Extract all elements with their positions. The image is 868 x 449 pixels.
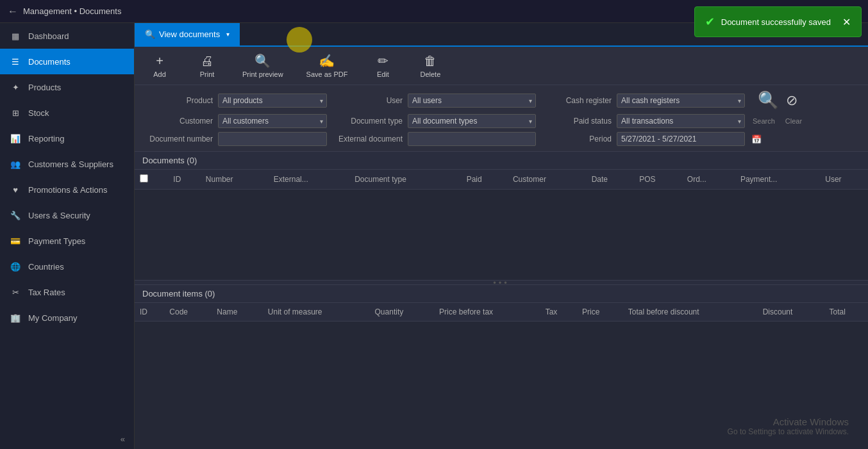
- sidebar-item-countries[interactable]: 🌐 Countries: [0, 254, 134, 279]
- customers-icon: 👥: [9, 158, 22, 170]
- doc-type-select[interactable]: All document types: [408, 114, 536, 128]
- sidebar-item-payment[interactable]: 💳 Payment Types: [0, 228, 134, 254]
- sidebar-item-documents[interactable]: ☰ Documents: [0, 49, 134, 74]
- customer-select-wrap: All customers: [218, 114, 327, 128]
- delete-label: Delete: [420, 70, 440, 78]
- sidebar-item-mycompany[interactable]: 🏢 My Company: [0, 305, 134, 331]
- countries-icon: 🌐: [9, 260, 22, 273]
- success-toast: ✔ Document successfully saved ✕: [694, 6, 862, 37]
- paid-status-select[interactable]: All transactions: [617, 114, 745, 128]
- select-all-checkbox-header[interactable]: [135, 170, 168, 190]
- documents-col-paid: Paid: [462, 170, 508, 190]
- sidebar-label-users: Users & Security: [28, 211, 90, 220]
- docitems-col-tax: Tax: [540, 303, 577, 322]
- doc-items-table: IDCodeNameUnit of measureQuantityPrice b…: [135, 303, 868, 322]
- docitems-col-code: Code: [164, 303, 212, 322]
- select-all-checkbox[interactable]: [140, 174, 148, 183]
- back-button[interactable]: ←: [8, 6, 18, 17]
- external-doc-label: External document: [332, 135, 403, 143]
- edit-icon: ✏: [378, 53, 388, 69]
- docitems-col-unitofmeasure: Unit of measure: [263, 303, 370, 322]
- sidebar-label-dashboard: Dashboard: [28, 31, 69, 41]
- edit-label: Edit: [377, 70, 389, 78]
- docitems-col-id: ID: [135, 303, 164, 322]
- view-documents-tab[interactable]: 🔍 View documents ▾: [135, 23, 240, 45]
- sidebar-item-dashboard[interactable]: ▦ Dashboard: [0, 23, 134, 49]
- cash-register-label: Cash register: [541, 96, 612, 105]
- external-doc-input[interactable]: [408, 132, 536, 146]
- sidebar: ▦ Dashboard ☰ Documents ✦ Products ⊞ Sto…: [0, 23, 135, 449]
- products-icon: ✦: [9, 81, 22, 94]
- mycompany-icon: 🏢: [9, 311, 22, 324]
- doc-items-header: Document items (0): [135, 285, 868, 303]
- sidebar-item-users[interactable]: 🔧 Users & Security: [0, 202, 134, 228]
- sidebar-item-taxrates[interactable]: ✂ Tax Rates: [0, 279, 134, 305]
- reporting-icon: 📊: [9, 132, 22, 145]
- save-as-pdf-label: Save as PDF: [306, 70, 348, 78]
- sidebar-item-promotions[interactable]: ♥ Promotions & Actions: [0, 177, 134, 202]
- doc-items-table-scroll[interactable]: IDCodeNameUnit of measureQuantityPrice b…: [135, 303, 868, 380]
- documents-col-number: Number: [201, 170, 269, 190]
- sidebar-label-countries: Countries: [28, 262, 64, 272]
- docitems-col-pricebeforetax: Price before tax: [434, 303, 540, 322]
- print-preview-label: Print preview: [242, 70, 283, 78]
- sidebar-label-reporting: Reporting: [28, 134, 64, 143]
- toolbar-save-as-pdf-button[interactable]: ✍ Save as PDF: [301, 51, 353, 81]
- toolbar-add-button[interactable]: + Add: [142, 51, 177, 81]
- taxrates-icon: ✂: [9, 286, 22, 298]
- filter-row-2: Customer All customers Document type All…: [142, 114, 860, 128]
- toolbar: + Add 🖨 Print 🔍 Print preview ✍ Save as …: [135, 47, 868, 85]
- doc-items-section: Document items (0) IDCodeNameUnit of mea…: [135, 285, 868, 449]
- windows-watermark: Activate Windows Go to Settings to activ…: [728, 416, 849, 436]
- toolbar-print-preview-button[interactable]: 🔍 Print preview: [237, 51, 288, 81]
- toast-close-button[interactable]: ✕: [842, 16, 851, 28]
- print-icon: 🖨: [201, 54, 213, 69]
- docitems-col-total: Total: [824, 303, 868, 322]
- resize-handle[interactable]: •••: [135, 280, 868, 285]
- customer-select[interactable]: All customers: [218, 114, 327, 128]
- clear-label[interactable]: Clear: [785, 117, 802, 125]
- period-label: Period: [541, 135, 612, 143]
- documents-col-documenttype: Document type: [349, 170, 462, 190]
- toolbar-delete-button[interactable]: 🗑 Delete: [413, 51, 447, 81]
- filter-area: Product All products User All users Cash…: [135, 85, 868, 152]
- user-label: User: [332, 96, 403, 105]
- sidebar-label-customers: Customers & Suppliers: [28, 159, 113, 169]
- documents-table: IDNumberExternal...Document typePaidCust…: [135, 170, 868, 190]
- period-input[interactable]: [617, 132, 745, 146]
- sidebar-label-stock: Stock: [28, 108, 49, 118]
- paid-status-select-wrap: All transactions: [617, 114, 745, 128]
- promotions-icon: ♥: [9, 183, 22, 196]
- users-icon: 🔧: [9, 209, 22, 222]
- search-icon-button[interactable]: 🔍: [758, 90, 778, 110]
- sidebar-item-customers[interactable]: 👥 Customers & Suppliers: [0, 151, 134, 177]
- calendar-icon[interactable]: 📅: [751, 135, 762, 144]
- sidebar-item-stock[interactable]: ⊞ Stock: [0, 100, 134, 126]
- doc-number-input[interactable]: [218, 132, 327, 146]
- watermark-line2: Go to Settings to activate Windows.: [728, 427, 849, 436]
- clear-filter-icon[interactable]: ⊘: [786, 92, 797, 109]
- cash-register-select[interactable]: All cash registers: [617, 94, 745, 108]
- main-layout: ▦ Dashboard ☰ Documents ✦ Products ⊞ Sto…: [0, 23, 868, 449]
- doc-number-label: Document number: [142, 135, 213, 143]
- product-select[interactable]: All products: [218, 94, 327, 108]
- print-preview-icon: 🔍: [255, 53, 271, 69]
- search-label: Search: [753, 117, 775, 125]
- filter-row-1: Product All products User All users Cash…: [142, 90, 860, 110]
- docitems-col-totalbeforediscount: Total before discount: [623, 303, 758, 322]
- filter-row-3: Document number External document Period…: [142, 132, 860, 146]
- sidebar-label-mycompany: My Company: [28, 313, 78, 323]
- toolbar-edit-button[interactable]: ✏ Edit: [365, 51, 400, 81]
- docitems-col-discount: Discount: [758, 303, 824, 322]
- sidebar-item-reporting[interactable]: 📊 Reporting: [0, 126, 134, 151]
- toast-message: Document successfully saved: [721, 17, 831, 27]
- product-select-wrap: All products: [218, 94, 327, 108]
- documents-table-header: Documents (0): [135, 152, 868, 170]
- sidebar-item-products[interactable]: ✦ Products: [0, 74, 134, 100]
- user-select[interactable]: All users: [408, 94, 536, 108]
- toolbar-print-button[interactable]: 🖨 Print: [190, 51, 224, 81]
- documents-table-scroll[interactable]: IDNumberExternal...Document typePaidCust…: [135, 170, 868, 280]
- sidebar-collapse-button[interactable]: «: [0, 429, 134, 449]
- add-label: Add: [153, 70, 166, 78]
- docitems-col-price: Price: [577, 303, 623, 322]
